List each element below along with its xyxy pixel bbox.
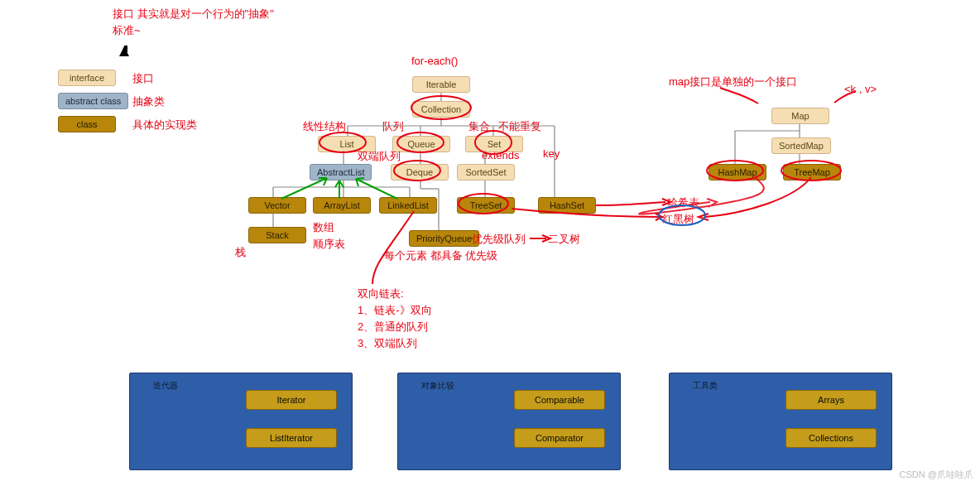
node-iterable: Iterable (412, 76, 470, 93)
legend-interface-box: interface (58, 70, 116, 86)
legend-abstract-annot: 抽象类 (132, 94, 165, 109)
node-sortedmap: SortedMap (771, 137, 831, 154)
node-queue: Queue (392, 136, 450, 152)
node-vector: Vector (248, 197, 306, 214)
node-arraylist: ArrayList (313, 197, 371, 214)
node-hashset: HashSet (538, 197, 596, 214)
panel-compare-title: 对象比较 (421, 380, 454, 392)
annot-deque: 双端队列 (358, 149, 401, 164)
annot-dl2: 2、普通的队列 (358, 320, 428, 334)
box-listiterator: ListIterator (246, 428, 337, 448)
annot-extends: extends (482, 149, 520, 161)
annot-pq: 优先级队列 (472, 232, 526, 247)
annot-map-note: map接口是单独的一个接口 (669, 75, 797, 89)
node-hashmap: HashMap (709, 164, 766, 180)
legend-class-box: class (58, 116, 116, 132)
box-collections: Collections (785, 428, 877, 448)
box-arrays: Arrays (785, 390, 877, 410)
node-linkedlist: LinkedList (379, 197, 437, 214)
panel-utils-title: 工具类 (693, 380, 718, 392)
box-comparator: Comparator (514, 428, 605, 448)
annot-hashtable: 哈希表 (667, 195, 699, 210)
panel-iterator-title: 迭代器 (153, 380, 178, 392)
annot-binarytree: 二叉树 (548, 232, 580, 247)
node-treemap: TreeMap (783, 164, 841, 180)
annot-array2: 顺序表 (313, 237, 345, 252)
annot-stack: 栈 (235, 245, 246, 260)
annot-linear: 线性结构 (303, 119, 346, 134)
node-stack: Stack (248, 227, 306, 243)
annot-dl1: 1、链表-》双向 (358, 303, 432, 318)
box-iterator: Iterator (246, 390, 337, 410)
annot-dl-title: 双向链表: (358, 286, 404, 301)
node-priorityqueue: PriorityQueue (409, 230, 479, 247)
node-map: Map (771, 108, 829, 124)
annot-kv: <k , v> (844, 83, 877, 95)
panel-utils: 工具类 Arrays Collections (669, 373, 892, 470)
box-comparable: Comparable (514, 390, 605, 410)
legend-class-annot: 具体的实现类 (132, 118, 197, 132)
annot-foreach: for-each() (411, 55, 458, 67)
annot-pqnote: 每个元素 都具备 优先级 (384, 248, 497, 263)
legend-abstract-box: abstract class (58, 93, 128, 109)
node-treeset: TreeSet (457, 197, 515, 214)
annot-key: key (543, 147, 560, 160)
node-abstractlist: AbstractList (310, 164, 372, 180)
annot-dl3: 3、双端队列 (358, 336, 417, 351)
panel-compare: 对象比较 Comparable Comparator (397, 373, 621, 470)
node-deque: Deque (391, 164, 449, 180)
annot-set: 集合 (468, 119, 490, 134)
legend-interface-annot: 接口 (132, 71, 154, 86)
node-sortedset: SortedSet (457, 164, 515, 180)
panel-iterator: 迭代器 Iterator ListIterator (129, 373, 353, 470)
watermark: CSDN @爪哇哇爪 (900, 469, 973, 481)
annotation-interface-abstraction: 接口 其实就是对一个行为的"抽象" (113, 7, 274, 22)
arrow-up-icon (119, 36, 129, 56)
node-collection: Collection (412, 101, 470, 118)
annot-rbtree: 红黑树 (662, 212, 694, 227)
annot-norepeat: 不能重复 (498, 119, 541, 134)
annot-queue-col: 队列 (382, 119, 404, 134)
annot-array1: 数组 (313, 220, 334, 235)
